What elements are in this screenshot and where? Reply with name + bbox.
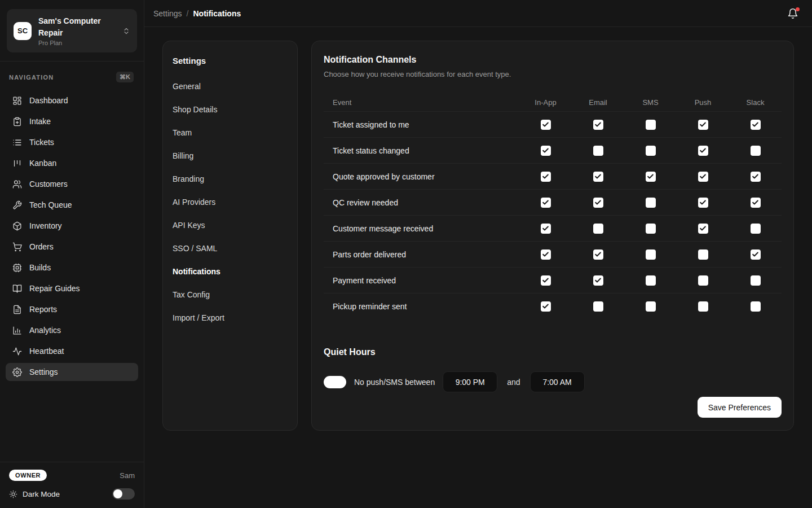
sidebar-item-inventory[interactable]: Inventory <box>6 217 138 235</box>
breadcrumb-settings[interactable]: Settings <box>153 9 182 18</box>
users-icon <box>12 179 22 189</box>
quiet-hours-toggle[interactable] <box>324 376 346 388</box>
in-app-checkbox[interactable] <box>541 198 551 208</box>
notifications-bell-button[interactable] <box>787 8 798 19</box>
slack-checkbox[interactable] <box>751 120 761 130</box>
sms-checkbox[interactable] <box>646 198 656 208</box>
settings-nav-item-general[interactable]: General <box>173 75 288 98</box>
workspace-switcher[interactable]: SC Sam's Computer Repair Pro Plan <box>7 9 137 52</box>
in-app-checkbox[interactable] <box>541 224 551 234</box>
table-row: Ticket status changed <box>324 137 782 163</box>
table-row: Quote approved by customer <box>324 163 782 189</box>
sidebar-item-settings[interactable]: Settings <box>6 363 138 381</box>
slack-checkbox[interactable] <box>751 146 761 156</box>
email-checkbox[interactable] <box>593 120 603 130</box>
email-checkbox[interactable] <box>593 224 603 234</box>
channels-table: EventIn-AppEmailSMSPushSlackTicket assig… <box>324 93 782 319</box>
table-row: Parts order delivered <box>324 241 782 267</box>
file-text-icon <box>12 305 22 314</box>
in-app-checkbox[interactable] <box>541 275 551 286</box>
slack-checkbox[interactable] <box>751 301 761 312</box>
in-app-checkbox[interactable] <box>541 120 551 130</box>
email-checkbox[interactable] <box>593 249 603 260</box>
column-header-event: Event <box>324 98 519 107</box>
activity-icon <box>12 347 22 356</box>
email-checkbox[interactable] <box>593 146 603 156</box>
sidebar-item-orders[interactable]: Orders <box>6 238 138 256</box>
dark-mode-toggle[interactable] <box>112 488 135 500</box>
sidebar-item-repair-guides[interactable]: Repair Guides <box>6 279 138 297</box>
package-icon <box>12 221 22 231</box>
email-checkbox[interactable] <box>593 198 603 208</box>
column-header-push: Push <box>677 98 729 107</box>
sidebar-item-label: Repair Guides <box>29 284 80 293</box>
quiet-hours-end-input[interactable] <box>530 371 585 392</box>
settings-nav-item-team[interactable]: Team <box>173 121 288 144</box>
cart-icon <box>12 242 22 252</box>
slack-checkbox[interactable] <box>751 275 761 286</box>
sidebar-item-kanban[interactable]: Kanban <box>6 154 138 172</box>
sidebar-item-builds[interactable]: Builds <box>6 259 138 277</box>
sidebar-item-tickets[interactable]: Tickets <box>6 133 138 151</box>
push-checkbox[interactable] <box>698 198 708 208</box>
navigation-section-label: NAVIGATION <box>9 74 54 81</box>
sms-checkbox[interactable] <box>646 249 656 260</box>
panel-subtitle: Choose how you receive notifications for… <box>324 70 782 78</box>
breadcrumb-notifications: Notifications <box>193 9 241 18</box>
sidebar-item-reports[interactable]: Reports <box>6 300 138 318</box>
sidebar-item-heartbeat[interactable]: Heartbeat <box>6 342 138 360</box>
quiet-hours-start-input[interactable] <box>443 371 497 392</box>
notification-dot <box>796 7 800 11</box>
push-checkbox[interactable] <box>698 301 708 312</box>
in-app-checkbox[interactable] <box>541 249 551 260</box>
sidebar-item-label: Orders <box>29 242 54 251</box>
push-checkbox[interactable] <box>698 172 708 182</box>
settings-nav-item-billing[interactable]: Billing <box>173 144 288 167</box>
settings-nav-item-api-keys[interactable]: API Keys <box>173 213 288 237</box>
gear-icon <box>12 367 22 377</box>
email-checkbox[interactable] <box>593 301 603 312</box>
settings-nav-item-shop-details[interactable]: Shop Details <box>173 98 288 121</box>
sidebar-item-analytics[interactable]: Analytics <box>6 321 138 339</box>
slack-checkbox[interactable] <box>751 198 761 208</box>
workspace-avatar: SC <box>14 22 32 40</box>
settings-nav-item-branding[interactable]: Branding <box>173 167 288 190</box>
settings-nav-item-import-export[interactable]: Import / Export <box>173 306 288 329</box>
slack-checkbox[interactable] <box>751 172 761 182</box>
settings-nav-item-ai-providers[interactable]: AI Providers <box>173 190 288 213</box>
slack-checkbox[interactable] <box>751 249 761 260</box>
event-label: Ticket status changed <box>324 146 519 155</box>
settings-nav-item-sso-saml[interactable]: SSO / SAML <box>173 237 288 260</box>
sidebar-item-label: Dashboard <box>29 96 68 105</box>
sidebar-item-tech-queue[interactable]: Tech Queue <box>6 196 138 214</box>
push-checkbox[interactable] <box>698 224 708 234</box>
in-app-checkbox[interactable] <box>541 301 551 312</box>
slack-checkbox[interactable] <box>751 224 761 234</box>
sidebar-item-label: Inventory <box>29 221 62 230</box>
sidebar-item-label: Analytics <box>29 326 61 335</box>
top-bar: Settings / Notifications <box>144 0 812 27</box>
sms-checkbox[interactable] <box>646 224 656 234</box>
sidebar-item-dashboard[interactable]: Dashboard <box>6 91 138 110</box>
push-checkbox[interactable] <box>698 120 708 130</box>
push-checkbox[interactable] <box>698 249 708 260</box>
sidebar: SC Sam's Computer Repair Pro Plan NAVIGA… <box>0 0 144 508</box>
settings-nav-item-notifications[interactable]: Notifications <box>173 260 288 283</box>
save-preferences-button[interactable]: Save Preferences <box>698 397 782 418</box>
email-checkbox[interactable] <box>593 275 603 286</box>
table-header-row: EventIn-AppEmailSMSPushSlack <box>324 93 782 111</box>
in-app-checkbox[interactable] <box>541 172 551 182</box>
push-checkbox[interactable] <box>698 146 708 156</box>
sms-checkbox[interactable] <box>646 146 656 156</box>
settings-nav-item-tax-config[interactable]: Tax Config <box>173 283 288 306</box>
sidebar-item-intake[interactable]: Intake <box>6 112 138 130</box>
in-app-checkbox[interactable] <box>541 146 551 156</box>
sms-checkbox[interactable] <box>646 172 656 182</box>
sms-checkbox[interactable] <box>646 120 656 130</box>
push-checkbox[interactable] <box>698 275 708 286</box>
event-label: Quote approved by customer <box>324 172 519 181</box>
sidebar-item-customers[interactable]: Customers <box>6 175 138 193</box>
sms-checkbox[interactable] <box>646 301 656 312</box>
email-checkbox[interactable] <box>593 172 603 182</box>
sms-checkbox[interactable] <box>646 275 656 286</box>
